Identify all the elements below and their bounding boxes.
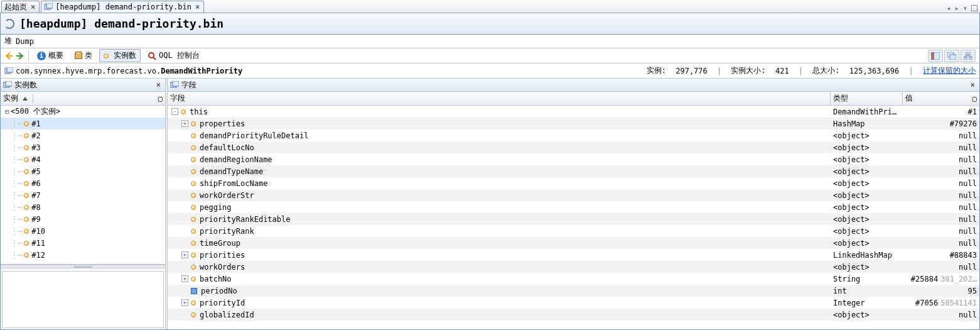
instance-row[interactable]: ⋮⋯#3	[1, 141, 165, 153]
instance-icon	[24, 157, 29, 162]
field-row[interactable]: globalizedId<object>null	[168, 309, 979, 321]
nav-oql[interactable]: OQL 控制台	[143, 49, 204, 62]
back-icon[interactable]	[4, 52, 13, 60]
instance-label: #10	[31, 227, 45, 236]
instance-row[interactable]: ⋮⋯#8	[1, 201, 165, 213]
expand-icon[interactable]: +	[181, 299, 188, 306]
tab-next-icon[interactable]: ▸	[953, 4, 961, 13]
collapse-icon[interactable]: -	[171, 108, 178, 115]
separator	[28, 50, 29, 62]
retained-link[interactable]: 计算保留的大小	[923, 65, 976, 76]
instances-tree[interactable]: ⊟ <500 个实例> ⋮⋯#1⋮⋯#2⋮⋯#3⋮⋯#4⋮⋯#5⋮⋯#6⋮⋯#7…	[1, 106, 165, 265]
col-head-field[interactable]: 字段	[168, 92, 831, 105]
instance-row[interactable]: ⋮⋯#6	[1, 177, 165, 189]
field-row[interactable]: shipFromLocName<object>null	[168, 177, 979, 189]
close-icon[interactable]: ×	[30, 3, 36, 11]
heap-label[interactable]: 堆	[4, 36, 12, 47]
field-row[interactable]: pegging<object>null	[168, 201, 979, 213]
instance-row[interactable]: ⋮⋯#11	[1, 237, 165, 249]
nav-oql-label: OQL 控制台	[159, 50, 200, 61]
field-row[interactable]: priorityRankEditable<object>null	[168, 213, 979, 225]
field-value: null	[903, 143, 979, 152]
instance-row[interactable]: ⋮⋯#13	[1, 261, 165, 265]
field-value: null	[903, 203, 979, 212]
close-icon[interactable]: ×	[154, 80, 163, 89]
field-row[interactable]: workOrders<object>null	[168, 261, 979, 273]
field-type: <object>	[831, 167, 903, 176]
instance-row[interactable]: ⋮⋯#9	[1, 213, 165, 225]
instance-row[interactable]: ⋮⋯#5	[1, 165, 165, 177]
nav-summary[interactable]: i 概要	[33, 49, 68, 62]
horizontal-splitter[interactable]	[1, 265, 165, 268]
dump-label[interactable]: Dump	[16, 37, 34, 46]
tab-prev-icon[interactable]: ◂	[944, 4, 952, 13]
isize-label: 实例大小:	[731, 65, 765, 76]
field-row[interactable]: defaultLocNo<object>null	[168, 141, 979, 153]
field-value: null	[903, 239, 979, 248]
field-type: String	[831, 275, 903, 283]
inst-value: 297,776	[676, 67, 708, 75]
nav-classes-label: 类	[85, 50, 92, 61]
object-icon	[191, 133, 196, 138]
collapse-icon[interactable]: ⊟	[3, 108, 11, 115]
instance-row[interactable]: ⋮⋯#1	[1, 118, 165, 129]
tab-start-label: 起始页	[4, 2, 27, 13]
instance-row[interactable]: ⋮⋯#7	[1, 189, 165, 201]
instance-row[interactable]: ⋮⋯#10	[1, 225, 165, 237]
field-name: timeGroup	[200, 239, 240, 248]
panel-icon	[3, 81, 11, 89]
instance-row[interactable]: ⋮⋯#12	[1, 249, 165, 261]
field-row[interactable]: -thisDemandWithPriority#1	[168, 106, 979, 118]
fields-table-body[interactable]: -thisDemandWithPriority#1+propertiesHash…	[168, 106, 979, 329]
tab-start[interactable]: 起始页 ×	[1, 1, 40, 13]
instances-panel-title: 实例数	[14, 80, 37, 91]
field-row[interactable]: demandRegionName<object>null	[168, 153, 979, 165]
tsize-label: 总大小:	[812, 65, 839, 76]
tab-max-icon[interactable]	[971, 5, 977, 11]
column-menu-icon[interactable]: ▢	[158, 94, 163, 103]
field-row[interactable]: workOrderStr<object>null	[168, 189, 979, 201]
expand-icon[interactable]: +	[181, 275, 188, 282]
instance-row[interactable]: ⋮⋯#2	[1, 129, 165, 141]
instances-column-header[interactable]: 实例 ▢	[1, 92, 165, 106]
class-path: com.synnex.hyve.mrp.forecast.vo.DemandWi…	[16, 67, 242, 75]
class-icon	[4, 67, 12, 75]
field-value: null	[903, 131, 979, 140]
nav-instances[interactable]: 实例数	[99, 49, 141, 62]
nav-classes[interactable]: 类	[70, 49, 97, 62]
instance-icon	[24, 133, 29, 138]
col-head-value[interactable]: 值 ▢	[903, 92, 979, 105]
field-name: globalizedId	[200, 311, 254, 319]
field-row[interactable]: demandPriorityRuleDetail<object>null	[168, 129, 979, 141]
field-type: <object>	[831, 143, 903, 152]
field-row[interactable]: timeGroup<object>null	[168, 237, 979, 249]
field-row[interactable]: +prioritiesLinkedHashMap#88843	[168, 249, 979, 261]
expand-icon[interactable]: +	[181, 251, 188, 258]
col-head-type[interactable]: 类型	[831, 92, 903, 105]
forward-icon[interactable]	[16, 52, 24, 60]
view-btn-2[interactable]	[944, 50, 959, 62]
close-icon[interactable]: ×	[969, 80, 977, 89]
view-btn-3[interactable]	[961, 50, 976, 62]
field-row[interactable]: demandTypeName<object>null	[168, 165, 979, 177]
tab-controls: ◂ ▸ ▾	[942, 4, 980, 13]
object-icon	[191, 169, 196, 174]
isize-value: 421	[775, 67, 789, 75]
refresh-icon[interactable]	[4, 19, 14, 29]
field-row[interactable]: +propertiesHashMap#79276	[168, 118, 979, 129]
view-btn-1[interactable]	[928, 50, 943, 62]
instance-label: #6	[31, 179, 40, 188]
field-row[interactable]: periodNoint95	[168, 285, 979, 297]
tab-heapdump[interactable]: [heapdump] demand-priority.bin ×	[41, 1, 204, 13]
expand-icon[interactable]: +	[181, 120, 188, 127]
column-menu-icon[interactable]: ▢	[972, 94, 977, 103]
instance-row[interactable]: ⋮⋯#4	[1, 153, 165, 165]
info-icon: i	[37, 52, 46, 60]
instance-label: #5	[31, 167, 40, 176]
close-icon[interactable]: ×	[194, 3, 201, 11]
tab-menu-icon[interactable]: ▾	[961, 4, 969, 13]
field-row[interactable]: priorityRank<object>null	[168, 225, 979, 237]
field-row[interactable]: +priorityIdInteger#705650541141	[168, 297, 979, 309]
panel-icon	[170, 81, 178, 89]
field-row[interactable]: +batchNoString#25884381_202…	[168, 273, 979, 285]
